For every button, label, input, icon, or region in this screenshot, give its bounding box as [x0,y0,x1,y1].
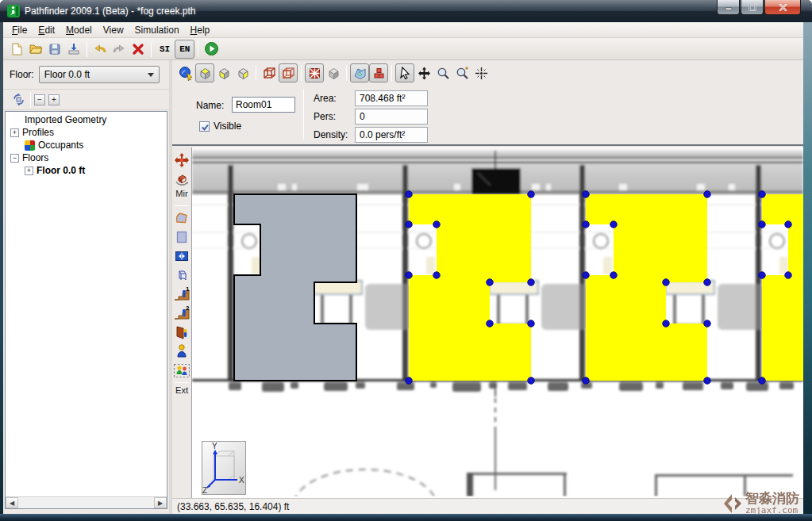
refresh-3d-button[interactable] [10,91,27,109]
room-polygon-3[interactable] [762,194,803,381]
vertex-handle[interactable] [406,272,413,279]
voxel-mode-button[interactable] [369,63,388,82]
ramp-door-tool-button[interactable] [173,323,190,342]
door-tool-button[interactable] [173,247,190,266]
vertex-handle[interactable] [759,377,766,385]
minimize-button[interactable] [717,0,740,15]
vertex-handle[interactable] [528,279,535,286]
expand-icon[interactable]: + [10,128,19,137]
vertex-handle[interactable] [433,221,441,228]
tree-item-floors[interactable]: −Floors [6,151,167,164]
terrain-mode-button[interactable] [350,63,369,82]
extract-tool-button[interactable]: Ext [175,385,188,400]
vertex-handle[interactable] [583,377,590,385]
close-button[interactable] [764,0,801,15]
run-simulation-button[interactable] [202,40,221,59]
cube-side-view-button[interactable] [233,63,252,82]
wireframe-open-cube-button[interactable] [279,63,298,82]
menu-view[interactable]: View [98,23,129,37]
redo-button[interactable] [110,40,129,59]
vertex-handle[interactable] [610,272,618,279]
vertex-handle[interactable] [406,191,413,198]
tree-item-floor-0-0-ft[interactable]: +Floor 0.0 ft [6,164,167,177]
rotate-tool-button[interactable] [173,170,190,189]
expand-all-button[interactable]: + [48,94,60,105]
select-tool-button[interactable] [395,63,414,82]
vertex-handle[interactable] [704,191,711,198]
vertex-handle[interactable] [487,320,494,328]
tree-horizontal-scrollbar[interactable]: ◀ ▶ [6,496,167,508]
import-button[interactable] [64,40,83,59]
collapse-all-button[interactable]: − [34,94,45,105]
show-solid-button[interactable] [324,63,343,82]
tree-item-imported-geometry[interactable]: Imported Geometry [6,113,167,126]
vertex-handle[interactable] [759,191,766,198]
orbit-tool-button[interactable] [176,63,195,82]
vertex-handle[interactable] [759,272,766,279]
cube-front-view-button[interactable] [214,63,233,82]
vertex-handle[interactable] [785,272,792,279]
tree-item-profiles[interactable]: +Profiles [6,126,167,139]
vertex-handle[interactable] [759,221,766,228]
vertex-handle[interactable] [528,191,535,198]
vertex-handle[interactable] [785,221,792,228]
title-bar[interactable]: Pathfinder 2009.1 (Beta) - *fog creek.pt… [0,0,812,22]
draw-toolbar: Mir 1 2 Ext [172,147,192,498]
pan-tool-button[interactable] [414,63,433,82]
vertex-handle[interactable] [406,221,413,228]
new-button[interactable] [7,40,26,59]
room-name-input[interactable] [232,97,295,113]
vertex-handle[interactable] [528,320,535,328]
menu-help[interactable]: Help [185,23,216,37]
collapse-icon[interactable]: − [10,154,19,163]
stairs-up-two-tool-button[interactable]: 2 [173,304,190,323]
delete-button[interactable] [129,40,148,59]
tree-item-occupants[interactable]: Occupants [6,139,167,151]
vertex-handle[interactable] [610,221,618,228]
scroll-right-icon[interactable]: ▶ [154,497,167,508]
vertex-handle[interactable] [663,320,670,328]
floorplan-canvas[interactable]: Y X Z [192,147,803,498]
save-button[interactable] [45,40,64,59]
vertex-handle[interactable] [583,221,590,228]
extrude-tool-button[interactable] [173,266,190,285]
open-button[interactable] [26,40,45,59]
wireframe-cube-button[interactable] [260,63,279,82]
unit-en-button[interactable]: EN [175,40,194,59]
rectangle-room-tool-button[interactable] [173,228,190,247]
unit-si-button[interactable]: SI [155,40,175,59]
occupant-group-tool-button[interactable] [173,361,190,380]
zoom-tool-button[interactable] [433,63,452,82]
vertex-handle[interactable] [704,279,711,286]
tree-item-label: Profiles [22,127,54,138]
vertex-handle[interactable] [406,377,413,385]
menu-model[interactable]: Model [60,23,98,37]
reset-view-button[interactable] [471,63,491,82]
vertex-handle[interactable] [704,320,711,328]
vertex-handle[interactable] [583,191,590,198]
floorplan-svg[interactable] [192,147,803,496]
scroll-left-icon[interactable]: ◀ [6,497,18,508]
polygon-room-tool-button[interactable] [173,209,190,228]
move-tool-button[interactable] [173,151,190,170]
stairs-up-one-tool-button[interactable]: 1 [173,285,190,304]
visible-checkbox[interactable] [199,121,210,132]
hide-walls-button[interactable] [305,63,324,82]
vertex-handle[interactable] [663,279,670,286]
expand-icon[interactable]: + [25,167,33,175]
floor-dropdown[interactable]: Floor 0.0 ft [39,66,160,83]
cube-top-view-button[interactable] [195,63,214,82]
vertex-handle[interactable] [583,272,590,279]
menu-simulation[interactable]: Simulation [129,23,185,37]
mirror-tool-button[interactable]: Mir [175,189,187,203]
undo-button[interactable] [90,40,110,59]
menu-file[interactable]: File [6,23,33,37]
vertex-handle[interactable] [433,272,441,279]
maximize-button[interactable] [741,0,764,15]
vertex-handle[interactable] [528,377,535,385]
vertex-handle[interactable] [487,279,494,286]
vertex-handle[interactable] [704,377,711,385]
menu-edit[interactable]: Edit [33,23,60,37]
occupant-tool-button[interactable] [173,342,190,361]
zoom-box-tool-button[interactable] [452,63,471,82]
